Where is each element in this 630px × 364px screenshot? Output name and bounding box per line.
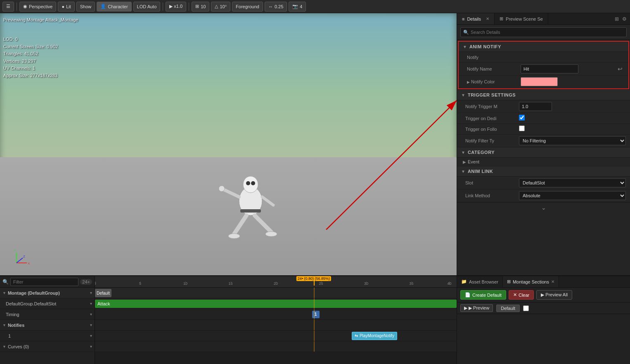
- preview-all-button[interactable]: ▶ Preview All: [536, 290, 572, 300]
- slot-row: Slot DefaultSlot: [457, 177, 630, 189]
- trigger-dedicated-checkbox[interactable]: [519, 115, 525, 121]
- notify-trigger-value: [519, 102, 626, 111]
- scale-icon: ↔: [268, 4, 273, 9]
- notify-chip[interactable]: ⇆ PlayMontageNotify: [352, 332, 397, 340]
- event-row[interactable]: ▶ Event: [457, 158, 630, 166]
- lit-button[interactable]: ● Lit: [58, 2, 74, 12]
- divider-2: [163, 2, 163, 11]
- playhead-row6: [314, 341, 315, 352]
- trigger-follower-checkbox[interactable]: [519, 125, 525, 131]
- character-button[interactable]: 👤 Character: [97, 2, 131, 12]
- section-checkbox[interactable]: [523, 305, 529, 311]
- link-method-select[interactable]: Absolute Relative: [519, 191, 626, 200]
- settings-btn[interactable]: ⚙: [621, 15, 628, 23]
- curves-menu-btn[interactable]: ▾: [90, 344, 92, 349]
- color-preview-pink[interactable]: [521, 77, 558, 86]
- show-button[interactable]: Show: [76, 2, 95, 12]
- montage-menu-btn[interactable]: ▾: [90, 291, 92, 295]
- track-notifies[interactable]: ▼ Notifies ▾: [0, 320, 95, 331]
- chevron-down-icon[interactable]: ⌄: [541, 204, 546, 211]
- default-section-btn[interactable]: Default: [496, 305, 520, 312]
- section-preview-btn[interactable]: ▶ ▶ Preview: [460, 304, 493, 312]
- notify-trigger-input[interactable]: [519, 102, 552, 111]
- timing-marker[interactable]: 1: [312, 311, 320, 318]
- viewport[interactable]: Previewing Montage Attack_Montage LOD: 0…: [0, 13, 457, 275]
- link-method-row: Link Method Absolute Relative: [457, 189, 630, 202]
- track-notify-1[interactable]: 1 ▾: [0, 331, 95, 341]
- foreground-label: Foreground: [236, 4, 259, 9]
- timing-menu-btn[interactable]: ▾: [90, 312, 92, 317]
- notify-name-row: Notify Name ↩: [459, 63, 628, 76]
- foreground-button[interactable]: Foreground: [232, 2, 263, 12]
- play-button[interactable]: ▶ x1.0: [166, 2, 186, 12]
- lod-button[interactable]: LOD Auto: [133, 2, 161, 12]
- search-input[interactable]: [460, 27, 627, 37]
- notify-color-expand[interactable]: ▶: [467, 80, 470, 84]
- category-arrow: ▼: [461, 150, 465, 155]
- ruler-10: 10: [183, 281, 187, 286]
- green-clip[interactable]: Attack: [95, 300, 457, 308]
- tab-details-close[interactable]: ✕: [486, 17, 489, 21]
- anim-link-section: ▼ ANIM LINK Slot DefaultSlot Link Method: [457, 166, 630, 213]
- notify-label: Notify: [467, 55, 521, 60]
- grid-view-btn[interactable]: ⊞: [614, 15, 620, 23]
- cam-button[interactable]: 📷 4: [289, 2, 306, 12]
- track-timing[interactable]: Timing ▾: [0, 309, 95, 320]
- notify-color-value[interactable]: [521, 77, 624, 86]
- anim-link-header[interactable]: ▼ ANIM LINK: [457, 166, 630, 177]
- ruler-20: 20: [274, 281, 278, 286]
- details-content: ▼ ANIM NOTIFY Notify Notify Name ↩ ▶: [457, 40, 630, 275]
- default-slot-name: DefaultGroup.DefaultSlot: [6, 301, 88, 306]
- filter-input[interactable]: [10, 278, 78, 286]
- trigger-settings-header[interactable]: ▼ TRIGGER SETTINGS: [457, 90, 630, 100]
- clear-button[interactable]: ✕ Clear: [509, 290, 534, 300]
- notifies-menu-btn[interactable]: ▾: [90, 323, 92, 327]
- rp-actions: 📄 Create Default ✕ Clear ▶ Preview All: [457, 288, 630, 303]
- playhead[interactable]: [314, 276, 315, 286]
- link-method-value: Absolute Relative: [519, 191, 626, 200]
- notify-name-reset[interactable]: ↩: [616, 65, 624, 73]
- default-slot-menu-btn[interactable]: ▾: [90, 301, 92, 306]
- tl-row-slot: Attack: [95, 298, 457, 309]
- track-montage-group[interactable]: ▼ Montage (DefaultGroup) ▾: [0, 288, 95, 298]
- anim-link-title: ANIM LINK: [468, 169, 493, 174]
- section-preview-label: ▶ Preview: [469, 305, 489, 311]
- svg-line-8: [255, 215, 271, 232]
- asset-browser-icon: 📁: [461, 279, 467, 284]
- tl-row-timing: 1: [95, 309, 457, 320]
- create-default-button[interactable]: 📄 Create Default: [460, 290, 506, 300]
- notify-row: Notify: [459, 52, 628, 63]
- notify-filter-row: Notify Filter Ty No Filtering Custom: [457, 135, 630, 147]
- menu-button[interactable]: ☰: [2, 2, 14, 12]
- svg-point-5: [219, 186, 225, 191]
- notify-name-input[interactable]: [521, 64, 578, 73]
- perspective-button[interactable]: ◉ Perspective: [19, 2, 56, 12]
- character-label: Character: [108, 4, 128, 9]
- anim-notify-header[interactable]: ▼ ANIM NOTIFY: [459, 42, 628, 52]
- event-label: Event: [468, 159, 479, 164]
- link-method-label: Link Method: [465, 193, 519, 198]
- lit-label: Lit: [66, 4, 71, 9]
- svg-line-16: [17, 258, 23, 263]
- track-curves[interactable]: ▼ Curves (0) ▾: [0, 341, 95, 352]
- scale-button[interactable]: ↔ 0.25: [265, 2, 287, 12]
- tab-preview-scene[interactable]: ⊞ Preview Scene Se: [495, 13, 548, 24]
- montage-expand-arrow: ▼: [2, 291, 6, 295]
- grid-button[interactable]: ⊞ 10: [192, 2, 209, 12]
- slot-select[interactable]: DefaultSlot: [519, 178, 626, 187]
- tab-montage-sections[interactable]: ⊞ Montage Sections ✕: [503, 276, 559, 287]
- montage-sections-close[interactable]: ✕: [551, 279, 554, 284]
- tab-details[interactable]: ≡ Details ✕: [457, 13, 495, 24]
- track-default-slot[interactable]: DefaultGroup.DefaultSlot ▾: [0, 298, 95, 309]
- angle-button[interactable]: △ 10°: [211, 2, 230, 12]
- panel-tabs: ≡ Details ✕ ⊞ Preview Scene Se ⊞ ⚙: [457, 13, 630, 25]
- category-header[interactable]: ▼ CATEGORY: [457, 147, 630, 158]
- notify-1-menu-btn[interactable]: ▾: [90, 333, 92, 338]
- tab-asset-browser[interactable]: 📁 Asset Browser: [457, 276, 503, 287]
- notify-filter-select[interactable]: No Filtering Custom: [519, 136, 626, 145]
- filter-count: 24+: [80, 279, 92, 285]
- axes-indicator: X Y Z: [12, 246, 33, 267]
- details-panel: ≡ Details ✕ ⊞ Preview Scene Se ⊞ ⚙ 🔍: [457, 13, 630, 275]
- svg-text:Z: Z: [23, 255, 25, 258]
- trigger-follower-label: Trigger on Follo: [465, 127, 519, 132]
